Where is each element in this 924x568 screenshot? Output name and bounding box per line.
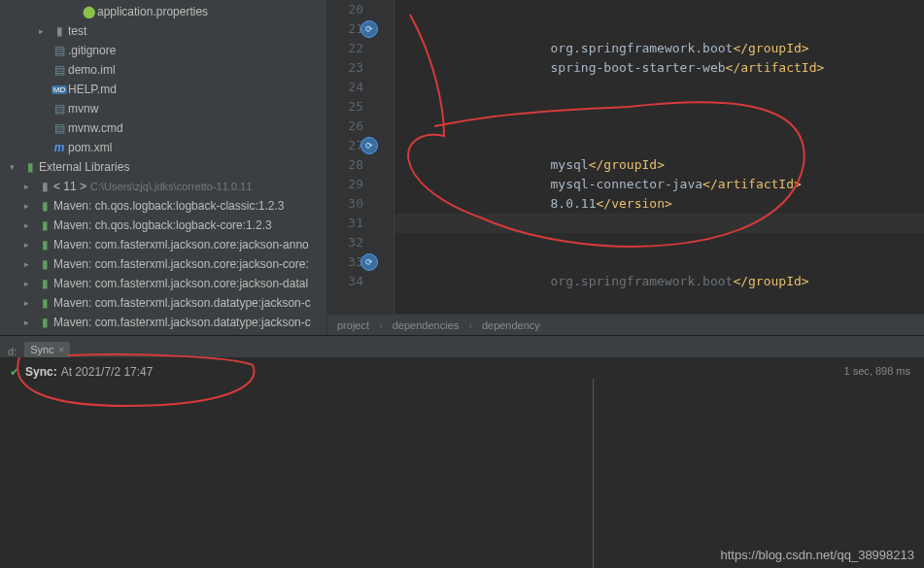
code-line[interactable]: mysql</groupId>: [394, 155, 924, 175]
line-number: 21: [327, 19, 363, 39]
tree-item[interactable]: ▸▮Maven: com.fasterxml.jackson.datatype:…: [0, 313, 326, 332]
panel-group-label: d:: [8, 346, 17, 357]
watermark: https://blog.csdn.net/qq_38998213: [721, 548, 915, 562]
code-line[interactable]: [394, 252, 924, 272]
line-number: 26: [327, 117, 363, 136]
line-number: 33: [327, 252, 363, 272]
breadcrumbs[interactable]: project›dependencies›dependency: [327, 314, 924, 335]
line-number: 28: [327, 155, 363, 175]
line-number: 31: [327, 214, 363, 233]
code-line[interactable]: [394, 117, 924, 136]
tree-item[interactable]: ▤mvnw.cmd: [0, 118, 326, 138]
tree-item[interactable]: ⬤application.properties: [0, 2, 326, 21]
tab-label: Sync: [30, 344, 53, 355]
tree-item[interactable]: ▾▮External Libraries: [0, 157, 326, 177]
panel-splitter[interactable]: [593, 379, 594, 568]
sync-status-row[interactable]: ✔ Sync: At 2021/7/2 17:47: [10, 365, 914, 379]
sync-label: Sync:: [25, 365, 57, 379]
gutter-marker-icon[interactable]: ⟳: [360, 253, 378, 271]
tab-sync[interactable]: Sync ×: [24, 342, 70, 357]
tree-item[interactable]: ▸▮Maven: com.fasterxml.jackson.core:jack…: [0, 235, 326, 254]
code-line[interactable]: [394, 136, 924, 155]
code-line[interactable]: [394, 97, 924, 117]
success-check-icon: ✔: [10, 365, 19, 379]
code-line[interactable]: org.springframework.boot</groupId>: [394, 272, 924, 291]
project-tree[interactable]: ⬤application.properties▸▮test▤.gitignore…: [0, 0, 327, 335]
code-line[interactable]: mysql-connector-java</artifactId>: [394, 175, 924, 194]
line-number: 27: [327, 136, 363, 155]
tree-item[interactable]: ▤.gitignore: [0, 41, 326, 60]
tree-item[interactable]: ▸▮Maven: com.fasterxml.jackson.core:jack…: [0, 254, 326, 274]
tree-item[interactable]: MDHELP.md: [0, 80, 326, 99]
tree-item[interactable]: ▸▮< 11 >C:\Users\zjq\.jdks\corretto-11.0…: [0, 177, 326, 196]
tree-item[interactable]: mpom.xml: [0, 138, 326, 157]
code-line[interactable]: [394, 0, 924, 19]
fold-column: [381, 0, 394, 314]
code-line[interactable]: org.springframework.boot</groupId>: [394, 39, 924, 58]
tree-item[interactable]: ▸▮Maven: com.fasterxml.jackson.datatype:…: [0, 293, 326, 313]
code-line[interactable]: 8.0.11</version>: [394, 194, 924, 214]
tree-item[interactable]: ▤demo.iml: [0, 60, 326, 80]
breadcrumb-item[interactable]: project: [337, 319, 369, 331]
tree-item[interactable]: ▸▮Maven: ch.qos.logback:logback-classic:…: [0, 196, 326, 216]
sync-duration: 1 sec, 898 ms: [844, 365, 910, 377]
code-body[interactable]: org.springframework.boot</groupId> sprin…: [394, 0, 924, 314]
line-number: 24: [327, 78, 363, 97]
tree-item[interactable]: ▸▮test: [0, 21, 326, 41]
gutter-marker-icon[interactable]: ⟳: [360, 137, 378, 154]
line-number: 34: [327, 272, 363, 291]
close-icon[interactable]: ×: [58, 344, 64, 355]
line-number: 30: [327, 194, 363, 214]
code-editor[interactable]: 202122232425262728293031323334 org.sprin…: [327, 0, 924, 335]
breadcrumb-item[interactable]: dependencies: [393, 319, 460, 331]
line-number: 22: [327, 39, 363, 58]
tree-item[interactable]: ▸▮Maven: ch.qos.logback:logback-core:1.2…: [0, 216, 326, 235]
code-line[interactable]: [394, 19, 924, 39]
line-number: 23: [327, 58, 363, 78]
breadcrumb-item[interactable]: dependency: [482, 319, 540, 331]
line-number: 20: [327, 0, 363, 19]
build-panel[interactable]: d: Sync × ✔ Sync: At 2021/7/2 17:47 1 se…: [0, 335, 924, 568]
code-line[interactable]: spring-boot-starter-web</artifactId>: [394, 58, 924, 78]
gutter-marker-icon[interactable]: ⟳: [360, 20, 378, 38]
code-line[interactable]: [394, 214, 924, 233]
line-number: 29: [327, 175, 363, 194]
line-number: 32: [327, 233, 363, 252]
sync-time: At 2021/7/2 17:47: [61, 365, 154, 379]
code-line[interactable]: [394, 233, 924, 252]
line-number: 25: [327, 97, 363, 117]
tree-item[interactable]: ▸▮Maven: com.fasterxml.jackson.core:jack…: [0, 274, 326, 293]
code-line[interactable]: [394, 78, 924, 97]
tree-item[interactable]: ▤mvnw: [0, 99, 326, 118]
